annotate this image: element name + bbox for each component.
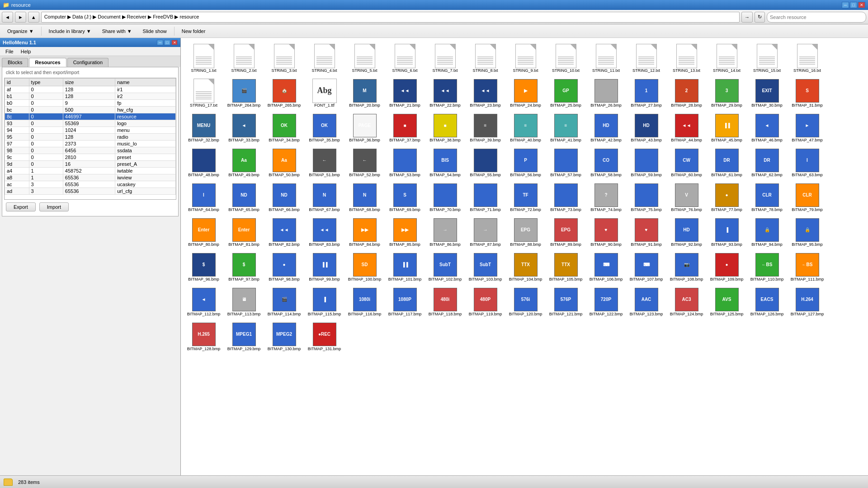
export-button[interactable]: Export xyxy=(6,202,36,211)
table-row[interactable]: 9702373music_lo xyxy=(5,141,176,147)
list-item[interactable]: STRING_5.txt xyxy=(345,42,384,75)
list-item[interactable]: BITMAP_70.bmp xyxy=(426,181,464,214)
list-item[interactable]: ←BS BITMAP_110.bmp xyxy=(748,250,786,283)
list-item[interactable]: ND BITMAP_66.bmp xyxy=(265,181,303,214)
list-item[interactable]: DR BITMAP_61.bmp xyxy=(708,146,746,179)
table-row[interactable]: 9806456ssdata xyxy=(5,147,176,154)
list-item[interactable]: ◄◄ BITMAP_21.bmp xyxy=(386,76,424,109)
resource-table-container[interactable]: id type size name af0128ir1b10128ir2b009… xyxy=(4,78,176,200)
list-item[interactable]: STRING_13.txt xyxy=(667,42,706,75)
include-library-button[interactable]: Include in library ▼ xyxy=(45,26,95,36)
list-item[interactable]: ND BITMAP_65.bmp xyxy=(225,181,263,214)
list-item[interactable]: ▶▶ BITMAP_85.bmp xyxy=(386,216,424,249)
list-item[interactable]: ← BITMAP_51.bmp xyxy=(305,146,344,179)
list-item[interactable]: STRING_17.txt xyxy=(184,76,223,109)
list-item[interactable]: 📷 BITMAP_108.bmp xyxy=(667,250,706,283)
list-item[interactable]: MPEG2 BITMAP_130.bmp xyxy=(265,320,303,353)
tab-configuration[interactable]: Configuration xyxy=(67,58,108,67)
list-item[interactable]: ← BITMAP_52.bmp xyxy=(345,146,384,179)
list-item[interactable]: 🎬 BITMAP_264.bmp xyxy=(225,76,263,109)
list-item[interactable]: ◄◄ BITMAP_82.bmp xyxy=(265,216,303,249)
list-item[interactable]: ▐▐ BITMAP_101.bmp xyxy=(386,250,424,283)
list-item[interactable]: ⌨ BITMAP_107.bmp xyxy=(627,250,665,283)
list-item[interactable]: BITMAP_53.bmp xyxy=(386,146,424,179)
list-item[interactable]: ? BITMAP_74.bmp xyxy=(587,181,625,214)
list-item[interactable]: SubT BITMAP_102.bmp xyxy=(426,250,464,283)
list-item[interactable]: BIS BITMAP_54.bmp xyxy=(426,146,464,179)
forward-button[interactable]: ► xyxy=(15,12,26,23)
list-item[interactable]: ◄ BITMAP_112.bmp xyxy=(184,285,223,318)
col-header-type[interactable]: type xyxy=(29,79,63,86)
list-item[interactable]: Aa BITMAP_49.bmp xyxy=(225,146,263,179)
list-item[interactable]: EACS BITMAP_126.bmp xyxy=(748,285,786,318)
list-item[interactable]: 🏠 BITMAP_265.bmp xyxy=(265,76,303,109)
dialog-maximize-button[interactable]: □ xyxy=(164,40,170,45)
list-item[interactable]: OK BITMAP_35.bmp xyxy=(305,111,344,144)
list-item[interactable]: BITMAP_59.bmp xyxy=(627,146,665,179)
list-item[interactable]: CLR BITMAP_78.bmp xyxy=(748,181,786,214)
list-item[interactable]: ●REC BITMAP_131.bmp xyxy=(305,320,344,353)
list-item[interactable]: TF BITMAP_72.bmp xyxy=(506,181,545,214)
list-item[interactable]: BITMAP_55.bmp xyxy=(466,146,505,179)
table-row[interactable]: 9401024menu xyxy=(5,127,176,134)
col-header-id[interactable]: id xyxy=(5,79,29,86)
list-item[interactable]: BITMAP_48.bmp xyxy=(184,146,223,179)
up-button[interactable]: ▲ xyxy=(28,12,39,23)
list-item[interactable]: EPG BITMAP_88.bmp xyxy=(506,216,545,249)
list-item[interactable]: S BITMAP_69.bmp xyxy=(386,181,424,214)
list-item[interactable]: 480i BITMAP_118.bmp xyxy=(426,285,464,318)
table-row[interactable]: 93055369logo xyxy=(5,120,176,127)
list-item[interactable]: SubT BITMAP_103.bmp xyxy=(466,250,505,283)
list-item[interactable]: ◄◄ BITMAP_44.bmp xyxy=(667,111,706,144)
list-item[interactable]: STRING_8.txt xyxy=(466,42,505,75)
list-item[interactable]: CW BITMAP_60.bmp xyxy=(667,146,706,179)
list-item[interactable]: AAC BITMAP_123.bmp xyxy=(627,285,665,318)
list-item[interactable]: ▐ BITMAP_93.bmp xyxy=(708,216,746,249)
list-item[interactable]: ▐▐ BITMAP_99.bmp xyxy=(305,250,344,283)
list-item[interactable]: STRING_2.txt xyxy=(225,42,263,75)
list-item[interactable]: TTX BITMAP_104.bmp xyxy=(506,250,545,283)
list-item[interactable]: 🖥 BITMAP_113.bmp xyxy=(225,285,263,318)
organize-button[interactable]: Organize ▼ xyxy=(4,26,38,36)
table-row[interactable]: ad365536url_cfg xyxy=(5,188,176,195)
list-item[interactable]: S BITMAP_31.bmp xyxy=(788,76,826,109)
list-item[interactable]: SD BITMAP_100.bmp xyxy=(345,250,384,283)
list-item[interactable]: STRING_16.txt xyxy=(788,42,826,75)
list-item[interactable]: ←BS BITMAP_111.bmp xyxy=(788,250,826,283)
table-row[interactable]: 950128radio xyxy=(5,134,176,141)
table-row[interactable]: 9c02810preset xyxy=(5,154,176,161)
search-input[interactable]: Search resource xyxy=(767,12,866,23)
list-item[interactable]: STRING_4.txt xyxy=(305,42,344,75)
dialog-close-button[interactable]: ✕ xyxy=(171,40,178,45)
list-item[interactable]: → BITMAP_87.bmp xyxy=(466,216,505,249)
list-item[interactable]: ≡ BITMAP_41.bmp xyxy=(547,111,585,144)
slideshow-button[interactable]: Slide show xyxy=(139,26,170,36)
list-item[interactable]: 3 BITMAP_29.bmp xyxy=(708,76,746,109)
list-item[interactable]: HD BITMAP_42.bmp xyxy=(587,111,625,144)
file-browser[interactable]: STRING_1.txt STRING_2.txt xyxy=(181,38,868,475)
list-item[interactable]: → BITMAP_86.bmp xyxy=(426,216,464,249)
list-item[interactable]: 1080P BITMAP_117.bmp xyxy=(386,285,424,318)
list-item[interactable]: MPEG1 BITMAP_129.bmp xyxy=(225,320,263,353)
table-row[interactable]: a41458752iwtable xyxy=(5,168,176,174)
list-item[interactable]: Enter BITMAP_80.bmp xyxy=(184,216,223,249)
list-item[interactable]: H.264 BITMAP_127.bmp xyxy=(788,285,826,318)
list-item[interactable]: Enter BITMAP_81.bmp xyxy=(225,216,263,249)
dialog-menu-help[interactable]: Help xyxy=(17,48,35,55)
list-item[interactable]: Abg FONT_1.ttf xyxy=(305,76,344,109)
list-item[interactable]: BITMAP_75.bmp xyxy=(627,181,665,214)
dialog-minimize-button[interactable]: ─ xyxy=(157,40,163,45)
table-row[interactable]: bc0500hw_cfg xyxy=(5,107,176,113)
list-item[interactable]: ◄◄ BITMAP_23.bmp xyxy=(466,76,505,109)
col-header-size[interactable]: size xyxy=(63,79,115,86)
list-item[interactable]: EXIT BITMAP_30.bmp xyxy=(748,76,786,109)
list-item[interactable]: ⌨ BITMAP_106.bmp xyxy=(587,250,625,283)
close-button[interactable]: ✕ xyxy=(858,2,865,8)
list-item[interactable]: M BITMAP_20.bmp xyxy=(345,76,384,109)
list-item[interactable]: ■ BITMAP_38.bmp xyxy=(426,111,464,144)
list-item[interactable]: PAGE BITMAP_36.bmp xyxy=(345,111,384,144)
list-item[interactable]: P BITMAP_56.bmp xyxy=(506,146,545,179)
col-header-name[interactable]: name xyxy=(115,79,176,86)
list-item[interactable]: STRING_9.txt xyxy=(506,42,545,75)
list-item[interactable]: N BITMAP_68.bmp xyxy=(345,181,384,214)
